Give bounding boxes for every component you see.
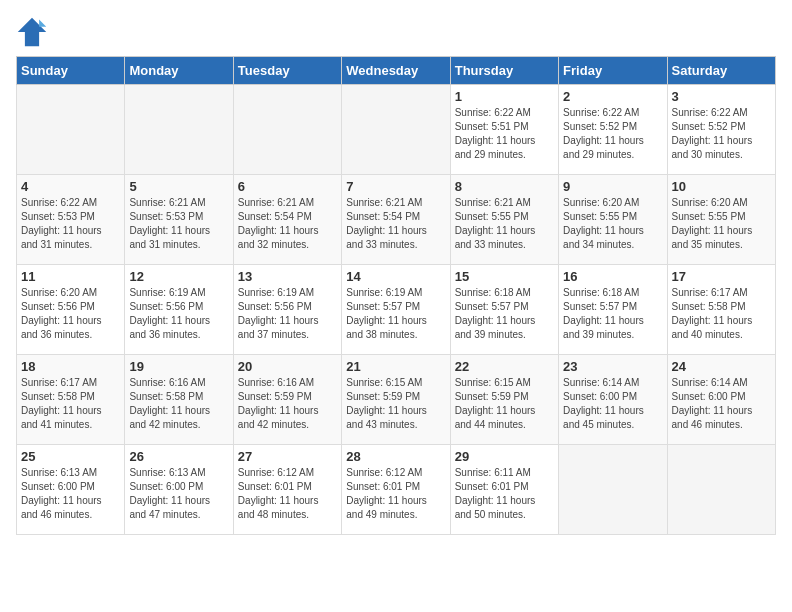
svg-marker-0: [18, 18, 46, 46]
logo-icon: [16, 16, 48, 48]
header-monday: Monday: [125, 57, 233, 85]
day-info: Sunrise: 6:13 AM Sunset: 6:00 PM Dayligh…: [21, 466, 120, 522]
day-info: Sunrise: 6:20 AM Sunset: 5:55 PM Dayligh…: [563, 196, 662, 252]
day-number: 27: [238, 449, 337, 464]
calendar-cell: 15Sunrise: 6:18 AM Sunset: 5:57 PM Dayli…: [450, 265, 558, 355]
header-row: SundayMondayTuesdayWednesdayThursdayFrid…: [17, 57, 776, 85]
day-number: 6: [238, 179, 337, 194]
calendar-cell: 6Sunrise: 6:21 AM Sunset: 5:54 PM Daylig…: [233, 175, 341, 265]
calendar-cell: [17, 85, 125, 175]
header-sunday: Sunday: [17, 57, 125, 85]
calendar-cell: 18Sunrise: 6:17 AM Sunset: 5:58 PM Dayli…: [17, 355, 125, 445]
day-number: 8: [455, 179, 554, 194]
day-number: 4: [21, 179, 120, 194]
day-number: 1: [455, 89, 554, 104]
day-info: Sunrise: 6:14 AM Sunset: 6:00 PM Dayligh…: [672, 376, 771, 432]
page-header: [16, 16, 776, 48]
day-number: 26: [129, 449, 228, 464]
calendar-cell: 20Sunrise: 6:16 AM Sunset: 5:59 PM Dayli…: [233, 355, 341, 445]
calendar-cell: 7Sunrise: 6:21 AM Sunset: 5:54 PM Daylig…: [342, 175, 450, 265]
day-number: 2: [563, 89, 662, 104]
day-number: 18: [21, 359, 120, 374]
day-number: 16: [563, 269, 662, 284]
day-number: 19: [129, 359, 228, 374]
calendar-cell: 26Sunrise: 6:13 AM Sunset: 6:00 PM Dayli…: [125, 445, 233, 535]
day-number: 3: [672, 89, 771, 104]
day-info: Sunrise: 6:14 AM Sunset: 6:00 PM Dayligh…: [563, 376, 662, 432]
day-info: Sunrise: 6:22 AM Sunset: 5:53 PM Dayligh…: [21, 196, 120, 252]
header-thursday: Thursday: [450, 57, 558, 85]
day-info: Sunrise: 6:12 AM Sunset: 6:01 PM Dayligh…: [238, 466, 337, 522]
day-number: 10: [672, 179, 771, 194]
calendar-cell: 12Sunrise: 6:19 AM Sunset: 5:56 PM Dayli…: [125, 265, 233, 355]
calendar-cell: 16Sunrise: 6:18 AM Sunset: 5:57 PM Dayli…: [559, 265, 667, 355]
calendar-cell: 23Sunrise: 6:14 AM Sunset: 6:00 PM Dayli…: [559, 355, 667, 445]
calendar-cell: 11Sunrise: 6:20 AM Sunset: 5:56 PM Dayli…: [17, 265, 125, 355]
calendar-cell: [667, 445, 775, 535]
calendar-cell: 22Sunrise: 6:15 AM Sunset: 5:59 PM Dayli…: [450, 355, 558, 445]
calendar-cell: 25Sunrise: 6:13 AM Sunset: 6:00 PM Dayli…: [17, 445, 125, 535]
calendar-table: SundayMondayTuesdayWednesdayThursdayFrid…: [16, 56, 776, 535]
day-info: Sunrise: 6:17 AM Sunset: 5:58 PM Dayligh…: [672, 286, 771, 342]
week-row-5: 25Sunrise: 6:13 AM Sunset: 6:00 PM Dayli…: [17, 445, 776, 535]
day-info: Sunrise: 6:20 AM Sunset: 5:56 PM Dayligh…: [21, 286, 120, 342]
day-info: Sunrise: 6:18 AM Sunset: 5:57 PM Dayligh…: [563, 286, 662, 342]
day-info: Sunrise: 6:19 AM Sunset: 5:56 PM Dayligh…: [238, 286, 337, 342]
day-number: 24: [672, 359, 771, 374]
day-info: Sunrise: 6:12 AM Sunset: 6:01 PM Dayligh…: [346, 466, 445, 522]
day-info: Sunrise: 6:11 AM Sunset: 6:01 PM Dayligh…: [455, 466, 554, 522]
header-friday: Friday: [559, 57, 667, 85]
day-info: Sunrise: 6:21 AM Sunset: 5:53 PM Dayligh…: [129, 196, 228, 252]
calendar-cell: 9Sunrise: 6:20 AM Sunset: 5:55 PM Daylig…: [559, 175, 667, 265]
calendar-cell: 28Sunrise: 6:12 AM Sunset: 6:01 PM Dayli…: [342, 445, 450, 535]
calendar-cell: 14Sunrise: 6:19 AM Sunset: 5:57 PM Dayli…: [342, 265, 450, 355]
day-info: Sunrise: 6:16 AM Sunset: 5:59 PM Dayligh…: [238, 376, 337, 432]
logo: [16, 16, 52, 48]
day-number: 13: [238, 269, 337, 284]
header-wednesday: Wednesday: [342, 57, 450, 85]
day-info: Sunrise: 6:13 AM Sunset: 6:00 PM Dayligh…: [129, 466, 228, 522]
day-number: 25: [21, 449, 120, 464]
day-number: 5: [129, 179, 228, 194]
day-info: Sunrise: 6:19 AM Sunset: 5:56 PM Dayligh…: [129, 286, 228, 342]
day-number: 23: [563, 359, 662, 374]
week-row-1: 1Sunrise: 6:22 AM Sunset: 5:51 PM Daylig…: [17, 85, 776, 175]
calendar-cell: 24Sunrise: 6:14 AM Sunset: 6:00 PM Dayli…: [667, 355, 775, 445]
header-saturday: Saturday: [667, 57, 775, 85]
week-row-4: 18Sunrise: 6:17 AM Sunset: 5:58 PM Dayli…: [17, 355, 776, 445]
day-info: Sunrise: 6:15 AM Sunset: 5:59 PM Dayligh…: [346, 376, 445, 432]
day-number: 28: [346, 449, 445, 464]
day-info: Sunrise: 6:21 AM Sunset: 5:54 PM Dayligh…: [238, 196, 337, 252]
day-info: Sunrise: 6:20 AM Sunset: 5:55 PM Dayligh…: [672, 196, 771, 252]
day-info: Sunrise: 6:16 AM Sunset: 5:58 PM Dayligh…: [129, 376, 228, 432]
calendar-cell: 19Sunrise: 6:16 AM Sunset: 5:58 PM Dayli…: [125, 355, 233, 445]
week-row-2: 4Sunrise: 6:22 AM Sunset: 5:53 PM Daylig…: [17, 175, 776, 265]
day-number: 9: [563, 179, 662, 194]
day-number: 22: [455, 359, 554, 374]
day-number: 15: [455, 269, 554, 284]
week-row-3: 11Sunrise: 6:20 AM Sunset: 5:56 PM Dayli…: [17, 265, 776, 355]
day-info: Sunrise: 6:19 AM Sunset: 5:57 PM Dayligh…: [346, 286, 445, 342]
day-number: 7: [346, 179, 445, 194]
calendar-cell: 3Sunrise: 6:22 AM Sunset: 5:52 PM Daylig…: [667, 85, 775, 175]
calendar-cell: 21Sunrise: 6:15 AM Sunset: 5:59 PM Dayli…: [342, 355, 450, 445]
calendar-cell: 13Sunrise: 6:19 AM Sunset: 5:56 PM Dayli…: [233, 265, 341, 355]
calendar-cell: 29Sunrise: 6:11 AM Sunset: 6:01 PM Dayli…: [450, 445, 558, 535]
calendar-cell: 1Sunrise: 6:22 AM Sunset: 5:51 PM Daylig…: [450, 85, 558, 175]
calendar-cell: [342, 85, 450, 175]
day-info: Sunrise: 6:21 AM Sunset: 5:55 PM Dayligh…: [455, 196, 554, 252]
calendar-cell: 8Sunrise: 6:21 AM Sunset: 5:55 PM Daylig…: [450, 175, 558, 265]
day-info: Sunrise: 6:21 AM Sunset: 5:54 PM Dayligh…: [346, 196, 445, 252]
day-number: 21: [346, 359, 445, 374]
calendar-cell: 4Sunrise: 6:22 AM Sunset: 5:53 PM Daylig…: [17, 175, 125, 265]
day-number: 12: [129, 269, 228, 284]
calendar-cell: 10Sunrise: 6:20 AM Sunset: 5:55 PM Dayli…: [667, 175, 775, 265]
day-number: 17: [672, 269, 771, 284]
calendar-cell: 17Sunrise: 6:17 AM Sunset: 5:58 PM Dayli…: [667, 265, 775, 355]
calendar-cell: [559, 445, 667, 535]
day-info: Sunrise: 6:18 AM Sunset: 5:57 PM Dayligh…: [455, 286, 554, 342]
calendar-cell: [125, 85, 233, 175]
day-number: 11: [21, 269, 120, 284]
day-info: Sunrise: 6:17 AM Sunset: 5:58 PM Dayligh…: [21, 376, 120, 432]
day-info: Sunrise: 6:22 AM Sunset: 5:52 PM Dayligh…: [563, 106, 662, 162]
